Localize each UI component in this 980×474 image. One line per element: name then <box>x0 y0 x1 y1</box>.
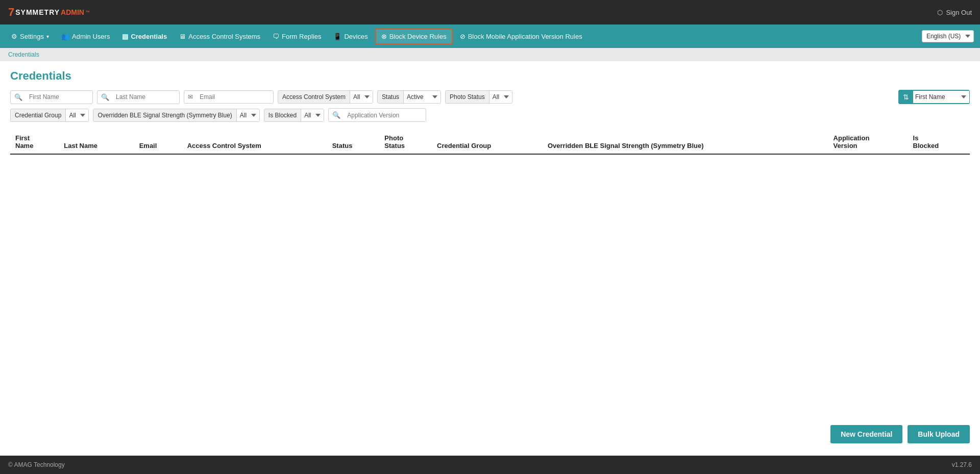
new-credential-button[interactable]: New Credential <box>830 425 902 443</box>
devices-icon: 📱 <box>333 33 341 40</box>
nav-item-block-mobile-app-rules[interactable]: ⊘ Block Mobile Application Version Rules <box>455 30 587 43</box>
table-header: FirstName Last Name Email Access Control… <box>10 130 970 154</box>
email-icon[interactable]: ✉ <box>184 91 197 103</box>
nav-label-form-replies: Form Replies <box>282 33 321 40</box>
sign-out-icon: ⬡ <box>937 9 943 16</box>
is-blocked-filter-group: Is Blocked All <box>264 109 324 122</box>
nav-label-admin-users: Admin Users <box>72 33 110 40</box>
nav-bar: ⚙ Settings ▾ 👥 Admin Users ▤ Credentials… <box>0 24 980 48</box>
credential-group-select[interactable]: All <box>66 109 88 121</box>
nav-item-block-device-rules[interactable]: ⊗ Block Device Rules <box>375 29 453 44</box>
nav-label-block-mobile: Block Mobile Application Version Rules <box>468 33 582 40</box>
last-name-input[interactable] <box>113 91 179 103</box>
ble-filter-group: Overridden BLE Signal Strength (Symmetry… <box>93 109 259 122</box>
page-title: Credentials <box>10 69 970 83</box>
nav-item-admin-users[interactable]: 👥 Admin Users <box>56 30 115 43</box>
col-app-version: ApplicationVersion <box>828 130 908 154</box>
col-email: Email <box>134 130 182 154</box>
first-name-input[interactable] <box>26 91 92 103</box>
photo-status-filter-select[interactable]: All <box>489 91 512 103</box>
email-filter-group: ✉ <box>184 90 274 104</box>
filter-row-1: 🔍 🔍 ✉ Access Control System All Status A… <box>10 90 970 104</box>
nav-item-credentials[interactable]: ▤ Credentials <box>117 30 172 43</box>
credentials-icon: ▤ <box>122 33 128 40</box>
photo-status-filter-group: Photo Status All <box>445 90 512 104</box>
app-version-filter-group: 🔍 <box>328 108 426 122</box>
language-select[interactable]: English (US) Spanish French <box>922 30 974 42</box>
col-last-name: Last Name <box>59 130 134 154</box>
email-input[interactable] <box>197 91 273 103</box>
sort-group: ⇅ First Name Last Name Email <box>898 90 970 104</box>
block-device-rules-icon: ⊗ <box>381 33 387 40</box>
logo-trademark: ™ <box>85 10 90 15</box>
credentials-table: FirstName Last Name Email Access Control… <box>10 130 970 155</box>
acs-filter-group: Access Control System All <box>278 90 373 104</box>
credential-group-label: Credential Group <box>11 109 66 121</box>
sort-select[interactable]: First Name Last Name Email <box>913 91 969 103</box>
is-blocked-label: Is Blocked <box>264 109 301 121</box>
settings-icon: ⚙ <box>11 33 17 40</box>
col-credential-group: Credential Group <box>432 130 543 154</box>
breadcrumb-label: Credentials <box>8 51 39 58</box>
col-status: Status <box>327 130 380 154</box>
ble-filter-label: Overridden BLE Signal Strength (Symmetry… <box>93 109 236 121</box>
top-bar: 7 SYMMETRY ADMIN ™ ⬡ Sign Out <box>0 0 980 24</box>
nav-label-block-device-rules: Block Device Rules <box>389 33 447 40</box>
status-filter-select[interactable]: All Active Inactive <box>404 91 440 103</box>
settings-dropdown-icon: ▾ <box>46 34 49 39</box>
acs-filter-label: Access Control System <box>278 91 350 103</box>
nav-item-form-replies[interactable]: 🗨 Form Replies <box>267 30 326 43</box>
logo: 7 SYMMETRY ADMIN ™ <box>8 7 90 18</box>
logo-admin: ADMIN <box>61 8 84 16</box>
nav-label-acs: Access Control Systems <box>188 33 260 40</box>
ble-filter-select[interactable]: All <box>237 109 259 121</box>
logo-icon: 7 <box>8 7 14 18</box>
sort-icon: ⇅ <box>899 90 913 104</box>
last-name-search-icon[interactable]: 🔍 <box>97 91 113 104</box>
app-version-search-icon[interactable]: 🔍 <box>329 109 344 121</box>
sign-out-label: Sign Out <box>946 9 972 16</box>
action-buttons: New Credential Bulk Upload <box>10 417 970 447</box>
form-replies-icon: 🗨 <box>273 33 279 40</box>
main-content: Credentials 🔍 🔍 ✉ Access Control System … <box>0 61 980 456</box>
admin-users-icon: 👥 <box>61 33 69 40</box>
filter-row-2: Credential Group All Overridden BLE Sign… <box>10 108 970 122</box>
col-is-blocked: IsBlocked <box>908 130 970 154</box>
last-name-filter-group: 🔍 <box>97 90 180 104</box>
acs-icon: 🖥 <box>179 33 186 40</box>
photo-status-filter-label: Photo Status <box>446 91 489 103</box>
first-name-filter-group: 🔍 <box>10 90 93 104</box>
status-filter-group: Status All Active Inactive <box>377 90 441 104</box>
status-filter-label: Status <box>378 91 404 103</box>
copyright: © AMAG Technology <box>8 461 65 468</box>
logo-symmetry: SYMMETRY <box>15 8 60 16</box>
nav-item-settings[interactable]: ⚙ Settings ▾ <box>6 30 54 43</box>
is-blocked-select[interactable]: All <box>301 109 324 121</box>
col-ble: Overridden BLE Signal Strength (Symmetry… <box>543 130 828 154</box>
credential-group-filter-group: Credential Group All <box>10 109 89 122</box>
col-first-name: FirstName <box>10 130 59 154</box>
block-mobile-icon: ⊘ <box>460 33 465 40</box>
bottom-bar: © AMAG Technology v1.27.6 <box>0 456 980 474</box>
nav-item-access-control-systems[interactable]: 🖥 Access Control Systems <box>174 30 265 43</box>
col-photo-status: PhotoStatus <box>379 130 432 154</box>
table-header-row: FirstName Last Name Email Access Control… <box>10 130 970 154</box>
sign-out-button[interactable]: ⬡ Sign Out <box>937 9 972 16</box>
acs-filter-select[interactable]: All <box>350 91 373 103</box>
breadcrumb[interactable]: Credentials <box>0 48 980 61</box>
nav-label-credentials: Credentials <box>131 33 167 40</box>
nav-label-devices: Devices <box>344 33 368 40</box>
first-name-search-icon[interactable]: 🔍 <box>11 91 26 104</box>
content-spacer <box>10 155 970 417</box>
bulk-upload-button[interactable]: Bulk Upload <box>908 425 970 443</box>
version: v1.27.6 <box>952 461 972 468</box>
nav-label-settings: Settings <box>20 33 44 40</box>
col-acs: Access Control System <box>182 130 327 154</box>
nav-item-devices[interactable]: 📱 Devices <box>328 30 373 43</box>
app-version-input[interactable] <box>344 109 426 121</box>
